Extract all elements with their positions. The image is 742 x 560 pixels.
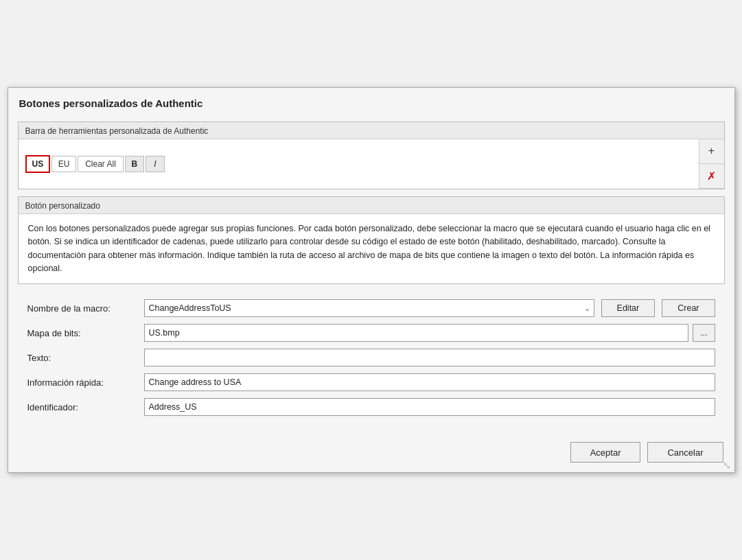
edit-button[interactable]: Editar xyxy=(601,299,656,317)
macro-select[interactable]: ChangeAddressToUS ChangeAddressToEU xyxy=(144,299,594,317)
toolbar-section-label: Barra de herramientas personalizada de A… xyxy=(19,122,724,139)
identifier-input[interactable] xyxy=(144,398,715,416)
custom-button-section: Botón personalizado Con los botones pers… xyxy=(18,196,725,285)
delete-button[interactable]: ✗ xyxy=(699,164,724,189)
tooltip-label: Información rápida: xyxy=(27,377,144,388)
btn-eu[interactable]: EU xyxy=(51,156,76,172)
bitmap-input[interactable] xyxy=(144,324,689,342)
tooltip-input[interactable] xyxy=(144,373,715,391)
toolbar-side-buttons: + ✗ xyxy=(699,139,724,189)
btn-italic[interactable]: I xyxy=(146,156,165,172)
toolbar-section: Barra de herramientas personalizada de A… xyxy=(18,121,725,189)
macro-label: Nombre de la macro: xyxy=(27,303,144,314)
add-button[interactable]: + xyxy=(699,139,724,164)
resize-handle[interactable]: ⤡ xyxy=(723,460,732,470)
description-text: Con los botones personalizados puede agr… xyxy=(19,214,724,284)
dialog-footer: Aceptar Cancelar xyxy=(8,432,734,472)
custom-button-section-label: Botón personalizado xyxy=(19,197,724,214)
bitmap-row: Mapa de bits: ... xyxy=(27,324,715,342)
tooltip-row: Información rápida: xyxy=(27,373,715,391)
text-label: Texto: xyxy=(27,353,144,363)
dialog-title: Botones personalizados de Authentic xyxy=(8,88,734,116)
identifier-row: Identificador: xyxy=(27,398,715,416)
browse-button[interactable]: ... xyxy=(693,324,715,342)
text-input[interactable] xyxy=(144,349,715,366)
macro-row: Nombre de la macro: ChangeAddressToUS Ch… xyxy=(27,299,715,317)
cancel-button[interactable]: Cancelar xyxy=(647,442,723,463)
btn-bold[interactable]: B xyxy=(125,156,144,172)
text-row: Texto: xyxy=(27,349,715,366)
create-button[interactable]: Crear xyxy=(662,299,715,317)
btn-us[interactable]: US xyxy=(25,155,51,173)
toolbar-buttons-container: US EU Clear All B I xyxy=(19,139,699,189)
bitmap-label: Mapa de bits: xyxy=(27,328,144,338)
toolbar-area: US EU Clear All B I + ✗ xyxy=(19,139,724,189)
accept-button[interactable]: Aceptar xyxy=(570,442,641,463)
macro-select-wrapper: ChangeAddressToUS ChangeAddressToEU ⌄ xyxy=(144,299,594,317)
identifier-label: Identificador: xyxy=(27,402,144,412)
dialog: Botones personalizados de Authentic Barr… xyxy=(8,87,735,474)
btn-clear-all[interactable]: Clear All xyxy=(78,156,124,172)
form-area: Nombre de la macro: ChangeAddressToUS Ch… xyxy=(18,292,725,432)
